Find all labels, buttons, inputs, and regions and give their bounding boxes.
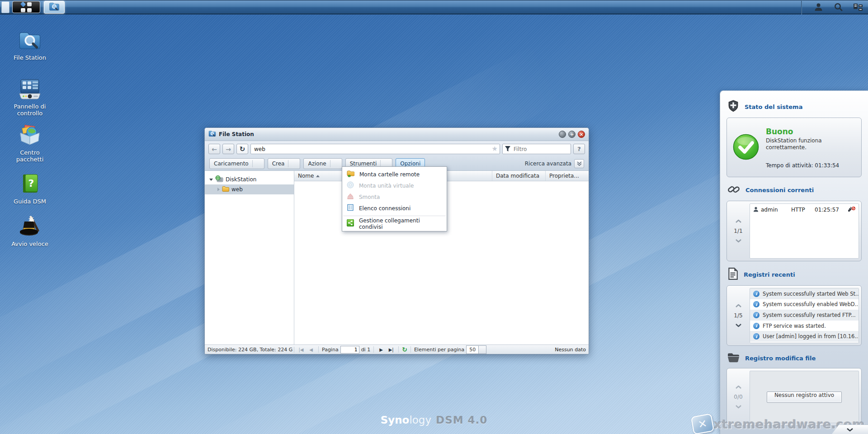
search-icon[interactable] [828, 1, 848, 14]
advanced-search-toggle[interactable] [574, 159, 584, 168]
pager-up-icon[interactable] [735, 385, 742, 389]
refresh-button[interactable]: ↻ [236, 144, 248, 154]
desktop-icon-control-panel[interactable]: Pannello di controllo [6, 77, 53, 117]
menu-item-connection-list[interactable]: Elenco connessioni [342, 203, 447, 214]
chevron-down-icon [478, 346, 486, 354]
help-button[interactable]: ? [573, 144, 585, 154]
log-icon [727, 268, 738, 281]
path-input[interactable] [250, 144, 500, 154]
nas-icon [215, 175, 223, 184]
virtual-drive-icon [347, 181, 354, 190]
menu-item-mount-virtual-drive[interactable]: Monta unità virtuale [342, 180, 447, 191]
widget-file-change-log: Registro modifica file 0/0 Nessun regist… [726, 352, 862, 426]
back-button[interactable]: ← [208, 144, 220, 154]
user-icon[interactable] [808, 1, 828, 14]
remote-folder-icon [347, 170, 354, 179]
maximize-button[interactable]: + [568, 131, 576, 138]
health-ok-icon [732, 133, 760, 162]
desktop-icon-label: Pannello di controllo [6, 103, 53, 117]
first-page-button[interactable]: |◀ [297, 346, 305, 353]
tree-node-web[interactable]: web [205, 184, 294, 194]
action-menu-button[interactable]: Azione [303, 158, 342, 169]
button-divider [288, 160, 288, 167]
log-row[interactable]: i System successfully enabled WebD... [750, 299, 859, 310]
tree-node-diskstation[interactable]: DiskStation [205, 175, 294, 184]
last-page-button[interactable]: ▶| [387, 346, 395, 353]
close-button[interactable]: × [578, 131, 585, 138]
eject-icon [347, 193, 354, 201]
log-row[interactable]: i User [admin] logged in from [10.16... [750, 331, 859, 342]
chevron-down-icon [846, 428, 854, 432]
upload-menu-button[interactable]: Caricamento [209, 158, 264, 169]
dsm-branding: SynologyDSM 4.0 [381, 414, 488, 426]
connection-time: 01:25:57 [815, 207, 845, 213]
column-label: Data modificata [496, 173, 539, 179]
log-row[interactable]: i FTP service was started. [750, 321, 859, 331]
svg-text:?: ? [28, 178, 34, 189]
brand-light: logy [409, 414, 431, 426]
info-icon: i [753, 323, 760, 329]
connection-row[interactable]: admin HTTP 01:25:57 [750, 204, 859, 216]
per-page-select[interactable]: 50 [466, 345, 486, 354]
connection-user: admin [761, 207, 778, 213]
prev-page-button[interactable]: ◀ [307, 346, 315, 353]
desktop-icon-label: Avvio veloce [6, 241, 53, 247]
pager-up-icon[interactable] [735, 219, 742, 223]
log-row[interactable]: i System successfully restarted FTP... [750, 310, 859, 321]
advanced-search-label: Ricerca avanzata [525, 160, 571, 167]
divider [398, 346, 399, 353]
column-label: Proprieta... [549, 173, 579, 179]
pager-down-icon[interactable] [735, 323, 742, 327]
per-page-value: 50 [467, 347, 478, 353]
pager-down-icon[interactable] [735, 239, 742, 243]
menu-item-mount-remote-folders[interactable]: Monta cartelle remote [342, 169, 447, 180]
minimize-button[interactable] [559, 131, 566, 138]
create-menu-button[interactable]: Crea [268, 158, 301, 169]
health-status-title: Buono [766, 127, 856, 136]
tree-expand-icon[interactable] [209, 179, 213, 181]
log-row[interactable]: i System successfully started Web St... [750, 288, 859, 299]
menu-item-unmount[interactable]: Smonta [342, 191, 447, 203]
page-number-input[interactable] [340, 346, 359, 354]
widget-title: Registri recenti [744, 271, 795, 278]
pager-down-icon[interactable] [735, 405, 742, 409]
desktop-icon-label: Guida DSM [6, 198, 53, 205]
pager-up-icon[interactable] [735, 304, 742, 308]
list-refresh-icon[interactable]: ↻ [402, 346, 407, 353]
pager-count: 1/1 [734, 228, 742, 234]
pager-count: 1/5 [734, 312, 742, 319]
filter-input[interactable] [502, 144, 571, 154]
file-station-icon [208, 130, 216, 138]
no-active-log-button[interactable]: Nessun registro attivo [767, 392, 842, 403]
taskbar-file-station-button[interactable] [44, 1, 65, 14]
next-page-button[interactable]: ▶ [377, 346, 385, 353]
pilot-view-icon[interactable] [848, 1, 868, 14]
divider [410, 346, 411, 353]
desktop-icon-file-station[interactable]: File Station [6, 28, 53, 61]
column-header-properties[interactable]: Proprieta... [545, 171, 589, 181]
page-label: Pagina [322, 347, 339, 353]
desktop-icon-package-center[interactable]: Centro pacchetti [6, 123, 53, 163]
bookmark-star-icon[interactable]: ★ [492, 145, 498, 153]
file-station-window: File Station + × ← → ↻ ★ ? Caricamento C… [204, 127, 589, 354]
tree-node-label: DiskStation [226, 176, 256, 183]
show-desktop-button[interactable] [1, 1, 9, 13]
tree-collapse-icon[interactable] [217, 188, 220, 191]
folder-tree: DiskStation web [205, 171, 294, 344]
desktop-icon-dsm-help[interactable]: ? Guida DSM [6, 172, 53, 205]
info-icon: i [753, 333, 760, 340]
button-label: Crea [272, 160, 285, 167]
tree-node-label: web [231, 186, 243, 193]
pager-count: 0/0 [734, 394, 742, 400]
widget-panel: Stato del sistema Buono DiskStation funz… [720, 90, 868, 434]
disconnect-icon[interactable] [848, 206, 855, 213]
main-menu-button[interactable] [12, 1, 40, 13]
column-header-modified[interactable]: Data modificata [492, 171, 545, 181]
menu-item-shared-links-manager[interactable]: Gestione collegamenti condivisi [342, 218, 447, 229]
taskbar [0, 0, 868, 14]
desktop-icon-quick-launch[interactable]: Avvio veloce [6, 214, 53, 247]
window-titlebar[interactable]: File Station + × [205, 128, 589, 141]
dsm-help-icon: ? [6, 172, 53, 194]
watermark-logo: ✕ [691, 413, 714, 434]
forward-button[interactable]: → [222, 144, 234, 154]
